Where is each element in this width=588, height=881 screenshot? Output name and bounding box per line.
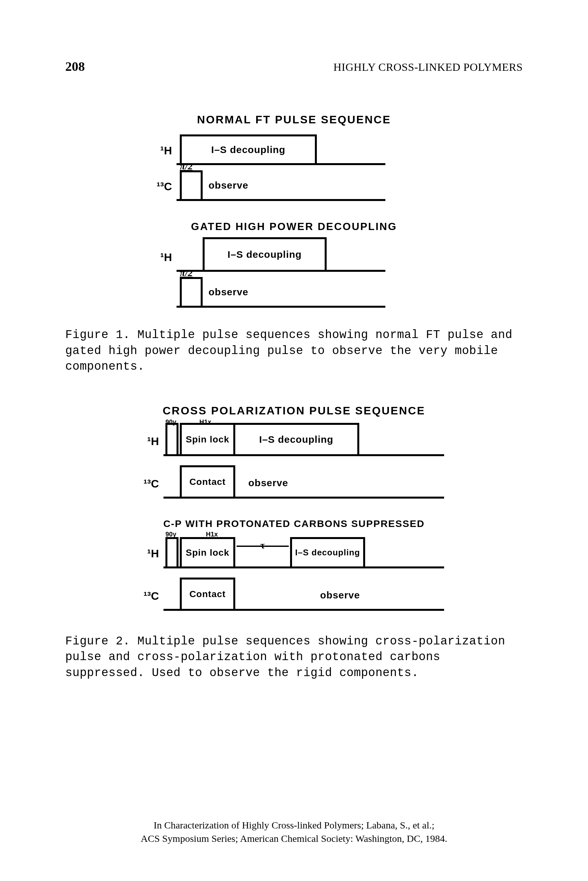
spinlock-box: Spin lock [180,423,235,454]
channel-13c: ¹³C Contact observe [134,469,454,499]
channel-1h: ¹H 90y H1x Spin lock I–S decoupling [134,427,454,456]
page: 208 HIGHLY CROSS-LINKED POLYMERS NORMAL … [0,0,588,881]
pi-over-2-label: π/2 [180,267,193,278]
figure-1-caption: Figure 1. Multiple pulse sequences showi… [65,327,523,375]
pulse-90-box [165,423,178,454]
annot-90y: 90y [165,418,176,426]
channel-label-1h: ¹H [134,435,164,448]
channel-label-13c: ¹³C [134,477,164,490]
pulse-90-box [165,537,178,566]
channel-1h: ¹H 90y H1x Spin lock τ I–S decoupling [134,539,454,568]
decoupling-box: I–S decoupling [202,237,327,270]
figure-2-subtitle: C-P WITH PROTONATED CARBONS SUPPRESSED [65,518,523,529]
contact-box: Contact [180,578,235,609]
annot-90y: 90y [165,530,176,538]
decoupling-box: I–S decoupling [180,135,317,163]
figure-2: CROSS POLARIZATION PULSE SEQUENCE ¹H 90y… [65,404,523,681]
channel-13c: ¹³C π/2 observe [147,172,441,201]
figure-2-caption: Figure 2. Multiple pulse sequences showi… [65,634,523,681]
page-number: 208 [65,59,85,74]
decoupling-box: I–S decoupling [290,537,365,566]
channel-label-13c: ¹³C [147,180,177,193]
pulse-box [180,277,202,306]
observe-label: observe [208,286,248,298]
footer-line-1: In Characterization of Highly Cross-link… [0,819,588,832]
figure-1-seq-normal: ¹H I–S decoupling ¹³C π/2 observe [147,136,441,201]
spinlock-box: Spin lock [180,537,235,566]
contact-box: Contact [180,465,235,497]
channel-label-1h: ¹H [147,144,177,157]
pi-over-2-label: π/2 [180,160,193,172]
pulse-box [180,170,202,199]
annot-h1x: H1x [200,418,212,426]
figure-2-seq-cp: ¹H 90y H1x Spin lock I–S decoupling ¹³C … [134,427,454,499]
channel-label-1h: ¹H [147,251,177,264]
observe-label: observe [248,477,288,488]
annot-h1x: H1x [206,530,218,538]
channel-label-13c: ¹³C [134,590,164,602]
channel-13c: ¹³C π/2 observe [147,278,441,308]
figure-2-seq-cp-suppressed: ¹H 90y H1x Spin lock τ I–S decoupling ¹³… [134,539,454,611]
channel-label-1h: ¹H [134,547,164,560]
observe-label: observe [208,180,248,191]
decoupling-box: I–S decoupling [235,423,359,454]
tau-label: τ [260,540,265,551]
figure-2-title: CROSS POLARIZATION PULSE SEQUENCE [65,404,523,417]
figure-1-seq-gated: ¹H I–S decoupling ¹³C π/2 observe [147,243,441,308]
page-header: 208 HIGHLY CROSS-LINKED POLYMERS [65,59,523,74]
channel-13c: ¹³C Contact observe [134,581,454,611]
observe-label: observe [320,590,360,601]
figure-1-title: NORMAL FT PULSE SEQUENCE [65,113,523,126]
running-head: HIGHLY CROSS-LINKED POLYMERS [333,61,523,73]
figure-1-subtitle: GATED HIGH POWER DECOUPLING [65,220,523,233]
page-footer: In Characterization of Highly Cross-link… [0,819,588,845]
footer-line-2: ACS Symposium Series; American Chemical … [0,832,588,845]
figure-1: NORMAL FT PULSE SEQUENCE ¹H I–S decoupli… [65,113,523,375]
